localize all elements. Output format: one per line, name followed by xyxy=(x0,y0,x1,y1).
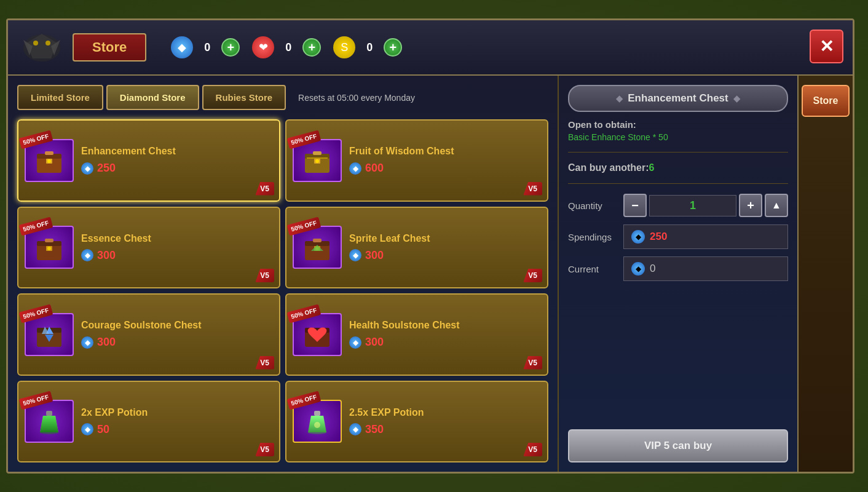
dragon-logo-icon xyxy=(20,31,63,65)
price-value-7: 350 xyxy=(365,423,384,436)
item-icon-wrap-5: 50% OFF xyxy=(293,313,342,356)
content-area: Limited Store Diamond Store Rubies Store… xyxy=(8,76,853,472)
svg-rect-8 xyxy=(45,151,53,155)
quantity-max-button[interactable]: ▲ xyxy=(765,194,788,217)
item-price-0: ◆ 250 xyxy=(81,162,273,175)
spendings-value-box: ◆ 250 xyxy=(623,224,788,249)
tab-limited-store[interactable]: Limited Store xyxy=(17,85,103,110)
items-grid: 50% OFF Enhancement Chest ◆ 250 V5 xyxy=(17,119,548,462)
item-info-5: Health Soulstone Chest ◆ 300 xyxy=(349,320,541,349)
item-enhancement-chest[interactable]: 50% OFF Enhancement Chest ◆ 250 V5 xyxy=(17,119,280,202)
item-sprite-leaf-chest[interactable]: 50% OFF Sprite Leaf Chest ◆ 300 V5 xyxy=(285,207,548,289)
item-icon-wrap-4: 50% OFF xyxy=(25,313,74,356)
svg-rect-16 xyxy=(307,157,328,159)
can-buy-prefix: Can buy another: xyxy=(568,162,649,173)
item-info-1: Fruit of Wisdom Chest ◆ 600 xyxy=(349,146,541,175)
svg-point-4 xyxy=(33,41,38,46)
vip-badge-2: V5 xyxy=(255,269,274,282)
current-label: Current xyxy=(568,264,617,274)
item-icon-wrap-2: 50% OFF xyxy=(25,226,74,269)
price-diamond-icon-0: ◆ xyxy=(81,162,93,175)
vip-badge-5: V5 xyxy=(523,356,542,370)
quantity-row: Quantity − 1 + ▲ xyxy=(568,194,788,217)
item-name-0: Enhancement Chest xyxy=(81,146,273,157)
item-name-7: 2.5x EXP Potion xyxy=(349,407,541,418)
store-title-label: Store xyxy=(92,39,127,55)
price-value-2: 300 xyxy=(97,249,116,262)
item-icon-wrap-3: 50% OFF xyxy=(293,226,342,269)
item-fruit-of-wisdom[interactable]: 50% OFF Fruit of Wisdom Chest ◆ 600 V5 xyxy=(285,119,548,202)
detail-panel: Enhancement Chest Open to obtain: Basic … xyxy=(558,76,797,472)
vip-badge-6: V5 xyxy=(255,443,274,456)
ruby-value: 0 xyxy=(279,41,298,54)
close-button[interactable]: ✕ xyxy=(810,30,843,63)
svg-point-5 xyxy=(45,41,50,46)
diamond-currency-group: ◆ 0 + xyxy=(171,36,240,58)
item-icon-wrap-6: 50% OFF xyxy=(25,400,74,443)
current-value-box: ◆ 0 xyxy=(623,256,788,281)
item-info-0: Enhancement Chest ◆ 250 xyxy=(81,146,273,175)
item-essence-chest[interactable]: 50% OFF Essence Chest ◆ 300 V5 xyxy=(17,207,280,289)
ruby-icon: ❤ xyxy=(252,36,274,58)
can-buy-section: Can buy another:6 xyxy=(568,162,788,173)
item-price-2: ◆ 300 xyxy=(81,249,273,262)
price-diamond-icon-7: ◆ xyxy=(349,423,361,435)
item-info-2: Essence Chest ◆ 300 xyxy=(81,233,273,262)
sidebar-store-button[interactable]: Store xyxy=(802,85,850,117)
store-title-tab[interactable]: Store xyxy=(73,33,146,62)
price-value-5: 300 xyxy=(365,336,384,349)
add-diamond-button[interactable]: + xyxy=(221,38,240,57)
detail-header: Enhancement Chest xyxy=(568,85,788,112)
tab-diamond-store[interactable]: Diamond Store xyxy=(106,85,199,110)
add-coin-button[interactable]: + xyxy=(384,38,402,57)
item-icon-wrap-7: 50% OFF xyxy=(293,400,342,443)
vip-badge-1: V5 xyxy=(523,182,542,196)
svg-rect-37 xyxy=(314,411,320,416)
quantity-minus-button[interactable]: − xyxy=(623,194,647,217)
item-icon-wrap-1: 50% OFF xyxy=(293,139,342,182)
item-info-6: 2x EXP Potion ◆ 50 xyxy=(81,407,273,436)
quantity-plus-button[interactable]: + xyxy=(739,194,762,217)
open-obtain-label: Open to obtain: xyxy=(568,119,788,130)
item-name-2: Essence Chest xyxy=(81,233,273,244)
coin-icon: S xyxy=(333,36,355,58)
svg-rect-19 xyxy=(45,239,53,242)
current-amount: 0 xyxy=(650,263,655,275)
right-sidebar: Store xyxy=(797,76,853,472)
price-value-0: 250 xyxy=(97,162,116,175)
spendings-diamond-icon: ◆ xyxy=(631,230,645,244)
item-name-1: Fruit of Wisdom Chest xyxy=(349,146,541,157)
add-ruby-button[interactable]: + xyxy=(302,38,321,57)
price-value-4: 300 xyxy=(97,336,116,349)
svg-point-38 xyxy=(308,430,326,434)
item-name-4: Courage Soulstone Chest xyxy=(81,320,273,331)
coin-value: 0 xyxy=(360,41,379,54)
vip-badge-0: V5 xyxy=(255,182,274,196)
main-window: Store ◆ 0 + ❤ 0 + S 0 + ✕ xyxy=(6,18,854,474)
tab-bar: Limited Store Diamond Store Rubies Store… xyxy=(17,85,548,110)
spendings-row: Spendings ◆ 250 xyxy=(568,224,788,249)
ruby-currency-group: ❤ 0 + xyxy=(252,36,321,58)
close-icon: ✕ xyxy=(819,36,834,57)
item-price-4: ◆ 300 xyxy=(81,336,273,349)
buy-button[interactable]: VIP 5 can buy xyxy=(568,429,788,462)
svg-rect-13 xyxy=(313,151,322,155)
item-icon-wrap-0: 50% OFF xyxy=(25,139,74,182)
item-price-5: ◆ 300 xyxy=(349,336,541,349)
vip-badge-3: V5 xyxy=(523,269,542,282)
quantity-value-display: 1 xyxy=(649,195,736,216)
item-exp-potion-2x[interactable]: 50% OFF 2x EXP Potion ◆ 50 V5 xyxy=(17,381,280,463)
item-exp-potion-25x[interactable]: 50% OFF 2.5x EXP Potion ◆ 350 V5 xyxy=(285,381,548,463)
diamond-icon: ◆ xyxy=(171,36,193,58)
price-value-6: 50 xyxy=(97,423,109,436)
svg-point-36 xyxy=(40,430,58,434)
item-courage-soulstone[interactable]: 50% OFF Courage Soulstone Chest ◆ 300 V5 xyxy=(17,293,280,376)
reset-text: Resets at 05:00 every Monday xyxy=(298,93,415,103)
sidebar-store-label: Store xyxy=(813,95,838,106)
price-value-3: 300 xyxy=(365,249,384,262)
price-value-1: 600 xyxy=(365,162,384,175)
svg-rect-35 xyxy=(46,411,52,416)
item-health-soulstone[interactable]: 50% OFF Health Soulstone Chest ◆ 300 V5 xyxy=(285,293,548,376)
separator-1 xyxy=(568,152,788,153)
tab-rubies-store[interactable]: Rubies Store xyxy=(202,85,286,110)
